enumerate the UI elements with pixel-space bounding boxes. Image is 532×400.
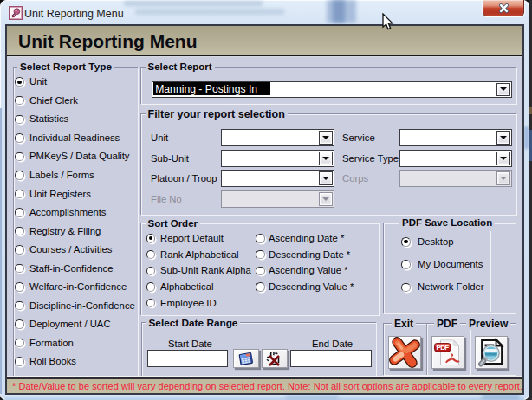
svg-text:PDF: PDF [437,344,450,352]
